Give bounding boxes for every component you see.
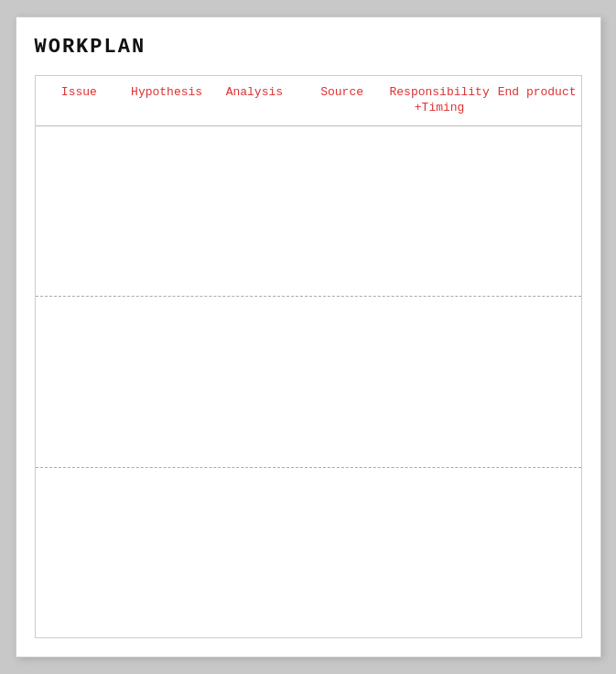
header-cell-hypothesis: Hypothesis — [123, 82, 211, 120]
workplan-table: IssueHypothesisAnalysisSourceResponsibil… — [35, 75, 582, 638]
row-cell — [36, 468, 126, 637]
page-container: WORKPLAN IssueHypothesisAnalysisSourceRe… — [0, 0, 616, 674]
row-cell — [126, 468, 217, 637]
row-cell — [126, 297, 217, 466]
row-cell — [490, 126, 580, 296]
row-cell — [308, 126, 398, 296]
table-row — [36, 297, 581, 467]
header-cell-analysis: Analysis — [211, 82, 298, 120]
table-row — [36, 468, 581, 637]
row-cell — [399, 126, 490, 296]
row-cell — [217, 297, 308, 466]
row-cell — [36, 297, 126, 466]
row-cell — [217, 468, 308, 637]
row-cell — [490, 468, 580, 637]
header-cell-source: Source — [298, 82, 386, 120]
row-cell — [399, 468, 490, 637]
table-header: IssueHypothesisAnalysisSourceResponsibil… — [36, 76, 581, 126]
table-body — [36, 126, 581, 637]
row-cell — [36, 126, 126, 296]
row-cell — [217, 126, 308, 296]
row-cell — [399, 297, 490, 466]
page-title: WORKPLAN — [35, 36, 582, 59]
row-cell — [126, 126, 217, 296]
header-cell-issue: Issue — [36, 82, 124, 120]
header-cell-responsibility: Responsibility +Timing — [386, 82, 493, 120]
row-cell — [308, 468, 398, 637]
header-cell-end-product: End product — [493, 82, 581, 120]
row-cell — [490, 297, 580, 466]
workplan-card: WORKPLAN IssueHypothesisAnalysisSourceRe… — [16, 16, 601, 658]
row-cell — [308, 297, 398, 466]
table-row — [36, 126, 581, 297]
